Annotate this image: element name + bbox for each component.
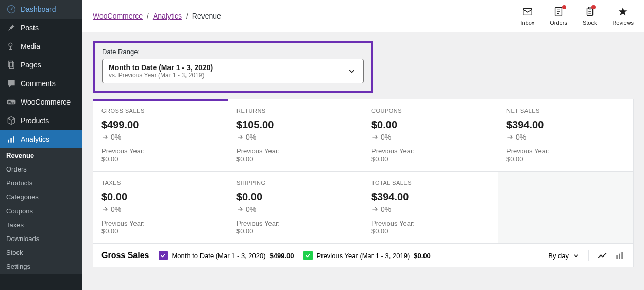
header-action-orders[interactable]: Orders: [550, 6, 567, 26]
notification-dot: [562, 5, 566, 9]
legend-label: Previous Year (Mar 1 - 3, 2019): [317, 252, 410, 260]
card-prev-label: Previous Year:: [371, 147, 489, 155]
card-prev-value: $0.00: [371, 227, 489, 235]
svg-rect-14: [616, 255, 618, 259]
stats-card-gross-sales[interactable]: GROSS SALES$499.00 0%Previous Year:$0.00: [93, 99, 228, 172]
stats-card-returns[interactable]: RETURNS$105.00 0%Previous Year:$0.00: [228, 99, 363, 172]
sidebar-item-label: Comments: [21, 79, 56, 88]
svg-rect-9: [13, 136, 14, 143]
stats-card-total-sales[interactable]: TOTAL SALES$394.00 0%Previous Year:$0.00: [363, 172, 498, 244]
pages-icon: [6, 60, 16, 70]
dashboard-icon: [6, 4, 16, 14]
header-action-stock[interactable]: Stock: [583, 6, 597, 26]
sidebar-item-woocommerce[interactable]: WooWooCommerce: [0, 93, 82, 111]
card-title: SHIPPING: [236, 180, 354, 186]
sidebar-item-label: Analytics: [21, 135, 49, 143]
card-prev-value: $0.00: [236, 155, 354, 163]
line-chart-icon[interactable]: [597, 250, 607, 261]
submenu-item-revenue[interactable]: Revenue: [0, 148, 82, 162]
breadcrumb-analytics[interactable]: Analytics: [153, 12, 182, 20]
date-range-primary: Month to Date (Mar 1 - 3, 2020): [109, 63, 213, 72]
card-value: $0.00: [101, 191, 219, 203]
sidebar-item-dashboard[interactable]: Dashboard: [0, 0, 82, 19]
date-range-label: Date Range:: [102, 48, 364, 56]
header-action-label: Stock: [583, 20, 597, 26]
header-action-label: Reviews: [612, 20, 634, 26]
comments-icon: [6, 78, 16, 89]
header: WooCommerce / Analytics / Revenue InboxO…: [82, 0, 644, 32]
date-range-secondary: vs. Previous Year (Mar 1 - 3, 2019): [109, 72, 213, 79]
content: Date Range: Month to Date (Mar 1 - 3, 20…: [82, 32, 644, 290]
stats-card-net-sales[interactable]: NET SALES$394.00 0%Previous Year:$0.00: [498, 99, 633, 172]
chart-title: Gross Sales: [101, 251, 149, 260]
submenu-item-downloads[interactable]: Downloads: [0, 232, 82, 246]
sidebar-item-media[interactable]: Media: [0, 37, 82, 56]
stats-card-coupons[interactable]: COUPONS$0.00 0%Previous Year:$0.00: [363, 99, 498, 172]
sidebar-item-posts[interactable]: Posts: [0, 19, 82, 37]
header-action-inbox[interactable]: Inbox: [520, 6, 534, 26]
legend-item[interactable]: Month to Date (Mar 1 - 3, 2020)$499.00: [159, 251, 294, 260]
sidebar-item-label: Posts: [21, 24, 39, 32]
media-icon: [6, 41, 16, 52]
svg-rect-3: [8, 61, 12, 67]
stats-card-taxes[interactable]: TAXES$0.00 0%Previous Year:$0.00: [93, 172, 228, 244]
svg-rect-7: [8, 140, 9, 143]
sidebar-item-label: Products: [21, 116, 49, 125]
legend-item[interactable]: Previous Year (Mar 1 - 3, 2019)$0.00: [303, 251, 431, 260]
svg-rect-10: [523, 9, 532, 15]
header-action-label: Orders: [550, 20, 567, 26]
card-prev-label: Previous Year:: [506, 147, 625, 155]
date-range-selector[interactable]: Month to Date (Mar 1 - 3, 2020) vs. Prev…: [102, 59, 364, 83]
pin-icon: [6, 23, 16, 33]
sidebar: DashboardPostsMediaPagesCommentsWooWooCo…: [0, 0, 82, 290]
submenu-item-stock[interactable]: Stock: [0, 246, 82, 260]
sidebar-item-products[interactable]: Products: [0, 111, 82, 130]
sidebar-item-label: WooCommerce: [21, 98, 71, 106]
card-change: 0%: [101, 205, 219, 213]
card-prev-value: $0.00: [236, 227, 354, 235]
interval-label: By day: [548, 252, 569, 260]
card-prev-label: Previous Year:: [371, 219, 489, 227]
stats-cards: GROSS SALES$499.00 0%Previous Year:$0.00…: [93, 99, 634, 244]
card-title: NET SALES: [506, 108, 625, 114]
legend-value: $0.00: [414, 252, 431, 260]
inbox-icon: [522, 6, 533, 18]
legend-label: Month to Date (Mar 1 - 3, 2020): [172, 252, 266, 260]
submenu-item-orders[interactable]: Orders: [0, 162, 82, 176]
interval-selector[interactable]: By day: [548, 251, 580, 260]
card-title: TAXES: [101, 180, 219, 186]
breadcrumb: WooCommerce / Analytics / Revenue: [93, 12, 221, 20]
sidebar-item-analytics[interactable]: Analytics: [0, 130, 82, 148]
legend-checkbox[interactable]: [303, 251, 313, 260]
submenu-item-taxes[interactable]: Taxes: [0, 218, 82, 232]
card-prev-label: Previous Year:: [101, 219, 219, 227]
card-title: GROSS SALES: [101, 108, 219, 114]
sidebar-item-label: Media: [21, 42, 40, 50]
card-prev-label: Previous Year:: [236, 219, 354, 227]
card-value: $0.00: [371, 119, 489, 131]
header-action-reviews[interactable]: Reviews: [612, 6, 634, 26]
breadcrumb-woocommerce[interactable]: WooCommerce: [93, 12, 143, 20]
card-prev-value: $0.00: [371, 155, 489, 163]
card-prev-value: $0.00: [506, 155, 625, 163]
card-title: COUPONS: [371, 108, 489, 114]
legend-value: $499.00: [270, 252, 294, 260]
header-action-label: Inbox: [520, 20, 534, 26]
stats-card-shipping[interactable]: SHIPPING$0.00 0%Previous Year:$0.00: [228, 172, 363, 244]
card-change: 0%: [371, 133, 489, 141]
submenu-item-settings[interactable]: Settings: [0, 260, 82, 274]
legend-checkbox[interactable]: [159, 251, 168, 260]
submenu-item-categories[interactable]: Categories: [0, 190, 82, 204]
card-prev-label: Previous Year:: [101, 147, 219, 155]
submenu-item-coupons[interactable]: Coupons: [0, 204, 82, 218]
card-prev-label: Previous Year:: [236, 147, 354, 155]
sidebar-item-pages[interactable]: Pages: [0, 56, 82, 74]
card-prev-value: $0.00: [101, 227, 219, 235]
card-value: $394.00: [506, 119, 625, 131]
bar-chart-icon[interactable]: [615, 250, 625, 261]
card-value: $105.00: [236, 119, 354, 131]
sidebar-item-comments[interactable]: Comments: [0, 74, 82, 93]
svg-point-1: [11, 9, 12, 10]
submenu-item-products[interactable]: Products: [0, 176, 82, 190]
svg-rect-4: [10, 62, 14, 69]
